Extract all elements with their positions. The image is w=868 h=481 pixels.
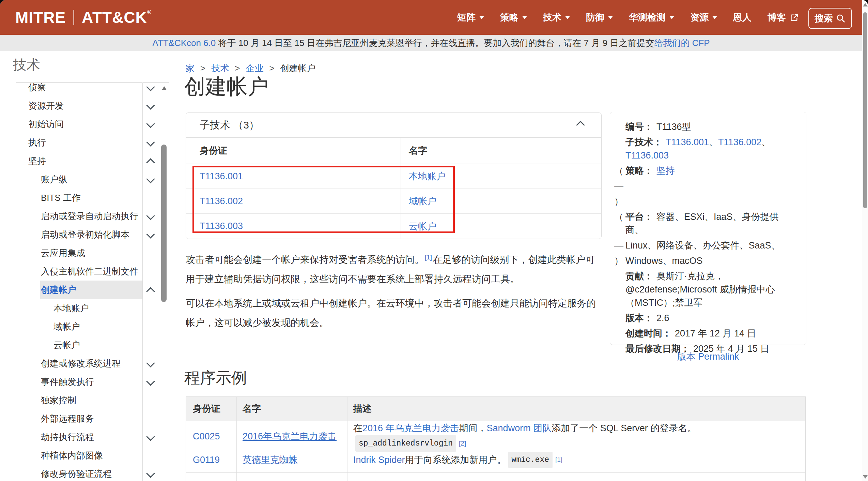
caret-down-icon <box>522 16 527 19</box>
procedure-id-link[interactable]: G0119 <box>193 453 220 467</box>
subtechnique-id-link[interactable]: T1136.003 <box>200 221 243 231</box>
sidebar-item-资源开发[interactable]: 资源开发 <box>0 96 158 115</box>
sidebar-scrollbar-thumb[interactable] <box>161 145 167 302</box>
group-link[interactable]: Indrik Spider <box>353 453 405 467</box>
column-header-id: 身份证 <box>186 138 401 164</box>
chevron-down-icon[interactable] <box>146 211 155 220</box>
cfp-link[interactable]: 给我们的 CFP <box>654 37 710 49</box>
sidebar-item-初始访问[interactable]: 初始访问 <box>0 115 158 133</box>
sidebar-item-label: 劫持执行流程 <box>41 431 94 443</box>
subtechnique-id-link[interactable]: T1136.001 <box>200 171 243 182</box>
sidebar-item-独家控制[interactable]: 独家控制 <box>0 391 158 409</box>
procedure-id-link[interactable]: S1199 <box>193 478 219 481</box>
chevron-down-icon[interactable] <box>146 138 155 146</box>
procedure-row: G0119 英德里克蜘蛛 Indrik Spider 用于向系统添加新用户。wm… <box>186 447 805 473</box>
sidebar-item-侦察[interactable]: 侦察 <box>0 83 158 96</box>
sidebar-item-创建或修改系统进程[interactable]: 创建或修改系统进程 <box>0 354 158 373</box>
sidebar-item-label: 账户纵 <box>41 174 67 185</box>
sidebar-item-外部远程服务[interactable]: 外部远程服务 <box>0 409 158 428</box>
nav-item-矩阵[interactable]: 矩阵 <box>457 11 484 24</box>
sidebar-item-事件触发执行[interactable]: 事件触发执行 <box>0 373 158 391</box>
nav-item-华测检测[interactable]: 华测检测 <box>629 11 674 24</box>
subtechnique-link[interactable]: T1136.003 <box>625 150 669 161</box>
search-button[interactable]: 搜索 <box>808 8 852 29</box>
software-link[interactable]: LockBit 3.0 <box>390 478 436 481</box>
subtechnique-link[interactable]: T1136.002 <box>718 137 761 147</box>
sidebar-item-劫持执行流程[interactable]: 劫持执行流程 <box>0 428 158 446</box>
page-scrollbar-thumb[interactable] <box>863 12 867 208</box>
sidebar-item-BITS 工作[interactable]: BITS 工作 <box>0 189 158 207</box>
sidebar-item-启动或登录初始化脚本[interactable]: 启动或登录初始化脚本 <box>0 225 158 244</box>
sidebar-item-label: 资源开发 <box>28 100 64 112</box>
subtechnique-name-link[interactable]: 域帐户 <box>409 195 436 207</box>
scroll-down-icon[interactable] <box>863 475 868 479</box>
chevron-up-icon[interactable] <box>146 287 155 296</box>
chevron-down-icon[interactable] <box>146 230 155 238</box>
nav-item-防御[interactable]: 防御 <box>586 11 613 24</box>
collapse-chevron-icon[interactable] <box>576 121 585 129</box>
sidebar-item-启动或登录自动启动执行[interactable]: 启动或登录自动启动执行 <box>0 207 158 225</box>
tactic-link[interactable]: 坚持 <box>656 166 675 176</box>
chevron-down-icon[interactable] <box>146 432 155 441</box>
nav-item-label: 技术 <box>543 11 561 24</box>
chevron-up-icon[interactable] <box>146 158 155 167</box>
nav-item-策略[interactable]: 策略 <box>500 11 527 24</box>
sidebar-item-label: 本地账户 <box>53 302 89 314</box>
sidebar-item-label: 初始访问 <box>28 118 64 130</box>
procedure-name-link[interactable]: 英德里克蜘蛛 <box>243 453 298 467</box>
subtechnique-name-link[interactable]: 本地账户 <box>409 170 446 182</box>
caret-down-icon <box>608 16 613 19</box>
sidebar-item-修改身份验证流程[interactable]: 修改身份验证流程 <box>0 465 158 481</box>
info-row-contributors: 贡献：奥斯汀·克拉克，@c2defense;Microsoft 威胁情报中心（M… <box>614 270 794 310</box>
chevron-down-icon[interactable] <box>146 359 155 367</box>
sidebar-item-执行[interactable]: 执行 <box>0 133 158 152</box>
chevron-down-icon[interactable] <box>146 83 155 91</box>
sidebar-item-账户纵[interactable]: 账户纵 <box>0 170 158 189</box>
chevron-down-icon[interactable] <box>146 377 155 386</box>
subtechnique-link[interactable]: T1136.001 <box>666 137 709 147</box>
chevron-down-icon[interactable] <box>146 469 155 478</box>
sidebar-item-坚持[interactable]: 坚持 <box>0 152 158 170</box>
reference-link[interactable]: [1] <box>425 254 432 261</box>
chevron-down-icon[interactable] <box>146 175 155 183</box>
sidebar-item-云应用集成[interactable]: 云应用集成 <box>0 244 158 262</box>
info-row-created: 创建时间：2017 年 12 月 14 日 <box>614 327 794 340</box>
procedure-name-link[interactable]: 锁位 3.0 <box>243 478 276 481</box>
chevron-down-icon[interactable] <box>146 101 155 109</box>
subtechnique-name-link[interactable]: 云帐户 <box>409 220 436 232</box>
sidebar-item-域帐户[interactable]: 域帐户 <box>0 317 158 336</box>
version-permalink-link[interactable]: 版本 <box>677 351 696 362</box>
scroll-up-icon[interactable] <box>863 3 868 6</box>
subtechniques-card-header[interactable]: 子技术 （3） <box>186 113 601 138</box>
sidebar-item-云帐户[interactable]: 云帐户 <box>0 336 158 354</box>
nav-item-label: 策略 <box>500 11 518 24</box>
chevron-down-icon[interactable] <box>146 119 155 128</box>
nav-item-博客[interactable]: 博客 <box>768 11 799 24</box>
info-label: 贡献： <box>625 271 653 281</box>
info-label: 策略： <box>625 166 653 176</box>
group-link[interactable]: Sandworm 团队 <box>487 421 552 435</box>
sidebar-item-本地账户[interactable]: 本地账户 <box>0 299 158 317</box>
mitre-logo-text: MITRE <box>15 8 66 27</box>
procedure-id-link[interactable]: C0025 <box>193 429 220 444</box>
campaign-link[interactable]: 2016 年乌克兰电力袭击 <box>362 421 459 435</box>
info-label: 版本： <box>625 313 653 323</box>
sidebar-item-label: 执行 <box>28 137 46 149</box>
sidebar-item-种植体内部图像[interactable]: 种植体内部图像 <box>0 446 158 465</box>
caret-down-icon <box>712 16 717 19</box>
nav-item-技术[interactable]: 技术 <box>543 11 570 24</box>
nav-item-资源[interactable]: 资源 <box>690 11 717 24</box>
registered-mark: ® <box>147 9 152 15</box>
sidebar-item-创建帐户[interactable]: 创建帐户 <box>0 281 158 299</box>
page-scrollbar[interactable] <box>862 0 868 481</box>
procedure-name-link[interactable]: 2016年乌克兰电力袭击 <box>243 429 337 444</box>
created-value: 2017 年 12 月 14 日 <box>675 328 756 339</box>
nav-item-恩人[interactable]: 恩人 <box>733 11 751 24</box>
mitre-attack-logo[interactable]: MITRE ATT&CK® <box>15 0 152 35</box>
subtechniques-table-header: 身份证 名字 <box>186 138 601 164</box>
permalink-link[interactable]: Permalink <box>698 351 739 362</box>
attackcon-link[interactable]: ATT&CKcon 6.0 <box>152 38 216 48</box>
sidebar-item-入侵主机软件二进制文件[interactable]: 入侵主机软件二进制文件 <box>0 262 158 281</box>
subtechnique-id-link[interactable]: T1136.002 <box>200 196 243 207</box>
sidebar-scroll-up-icon[interactable] <box>162 86 167 90</box>
